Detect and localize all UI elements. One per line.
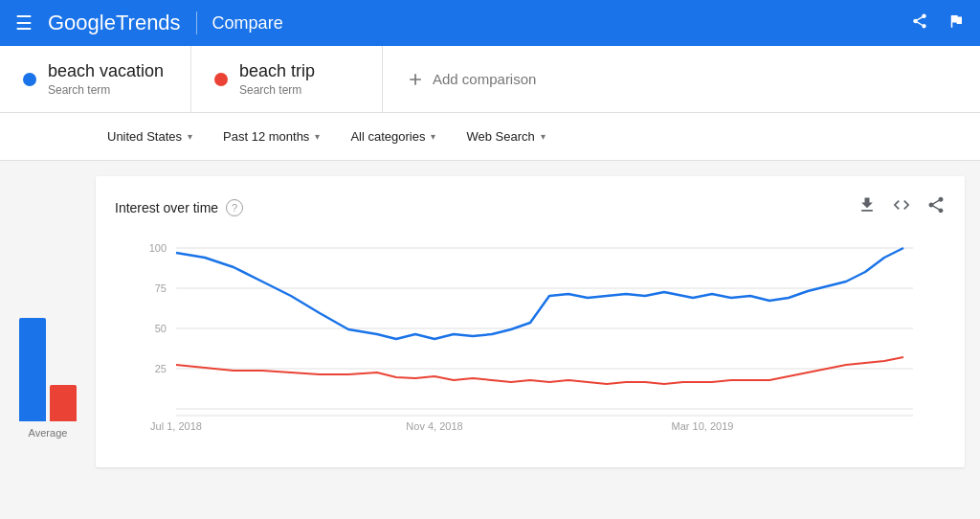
chart-title-area: Interest over time ? bbox=[115, 199, 243, 216]
chart-title: Interest over time bbox=[115, 200, 218, 215]
search-bar: beach vacation Search term beach trip Se… bbox=[0, 46, 980, 113]
time-filter[interactable]: Past 12 months ▾ bbox=[212, 122, 331, 151]
flag-icon[interactable] bbox=[947, 12, 965, 34]
header-compare-label: Compare bbox=[212, 13, 283, 34]
category-label: All categories bbox=[350, 129, 425, 144]
search-term-2-type: Search term bbox=[239, 83, 315, 97]
search-term-1-dot bbox=[23, 73, 36, 86]
add-comparison-label: Add comparison bbox=[433, 71, 536, 87]
region-label: United States bbox=[107, 129, 182, 144]
search-term-1-name: beach vacation bbox=[48, 61, 164, 81]
region-chevron-icon: ▾ bbox=[188, 131, 192, 142]
time-label: Past 12 months bbox=[223, 129, 309, 144]
header-divider bbox=[196, 11, 197, 34]
embed-icon[interactable] bbox=[892, 195, 911, 219]
share-icon[interactable] bbox=[911, 12, 928, 34]
svg-text:Nov 4, 2018: Nov 4, 2018 bbox=[406, 420, 462, 432]
bar-chart-container bbox=[19, 306, 77, 421]
search-term-1-text: beach vacation Search term bbox=[48, 61, 164, 97]
add-comparison-button[interactable]: Add comparison bbox=[383, 46, 559, 112]
share-chart-icon[interactable] bbox=[926, 195, 946, 219]
svg-text:50: 50 bbox=[155, 323, 167, 334]
help-icon[interactable]: ? bbox=[226, 199, 243, 216]
search-type-label: Web Search bbox=[466, 129, 534, 144]
logo-google: Google bbox=[48, 11, 116, 35]
svg-text:Jul 1, 2018: Jul 1, 2018 bbox=[150, 420, 202, 432]
avg-bar-red bbox=[50, 385, 77, 421]
search-term-1[interactable]: beach vacation Search term bbox=[0, 46, 191, 112]
search-term-2-text: beach trip Search term bbox=[239, 61, 315, 97]
search-term-2[interactable]: beach trip Search term bbox=[191, 46, 383, 112]
filters-bar: United States ▾ Past 12 months ▾ All cat… bbox=[0, 113, 980, 161]
search-term-2-dot bbox=[214, 73, 228, 86]
category-chevron-icon: ▾ bbox=[431, 131, 435, 142]
svg-text:Mar 10, 2019: Mar 10, 2019 bbox=[672, 420, 734, 432]
header: ☰ GoogleTrends Compare bbox=[0, 0, 980, 46]
chart-panel: Interest over time ? bbox=[96, 176, 965, 467]
download-icon[interactable] bbox=[858, 195, 877, 219]
chart-actions bbox=[858, 195, 946, 219]
svg-text:75: 75 bbox=[155, 282, 167, 294]
main-content: Average Interest over time ? bbox=[0, 161, 980, 483]
time-chevron-icon: ▾ bbox=[315, 131, 320, 142]
category-filter[interactable]: All categories ▾ bbox=[339, 122, 447, 151]
menu-icon[interactable]: ☰ bbox=[15, 11, 33, 34]
search-type-chevron-icon: ▾ bbox=[541, 131, 546, 142]
svg-text:25: 25 bbox=[155, 363, 167, 374]
region-filter[interactable]: United States ▾ bbox=[96, 122, 204, 151]
average-label: Average bbox=[29, 427, 68, 439]
chart-header: Interest over time ? bbox=[115, 195, 946, 219]
line-chart: 100 75 50 25 Jul 1, 2018 Nov 4, 2018 Mar… bbox=[115, 238, 946, 449]
logo-trends: Trends bbox=[116, 11, 181, 35]
svg-text:100: 100 bbox=[149, 242, 167, 254]
search-term-2-name: beach trip bbox=[239, 61, 315, 81]
sidebar-chart: Average bbox=[0, 176, 96, 467]
header-icons bbox=[911, 12, 965, 34]
search-term-1-type: Search term bbox=[48, 83, 164, 97]
logo: GoogleTrends bbox=[48, 11, 181, 35]
search-type-filter[interactable]: Web Search ▾ bbox=[455, 122, 556, 151]
avg-bar-blue bbox=[19, 318, 46, 421]
